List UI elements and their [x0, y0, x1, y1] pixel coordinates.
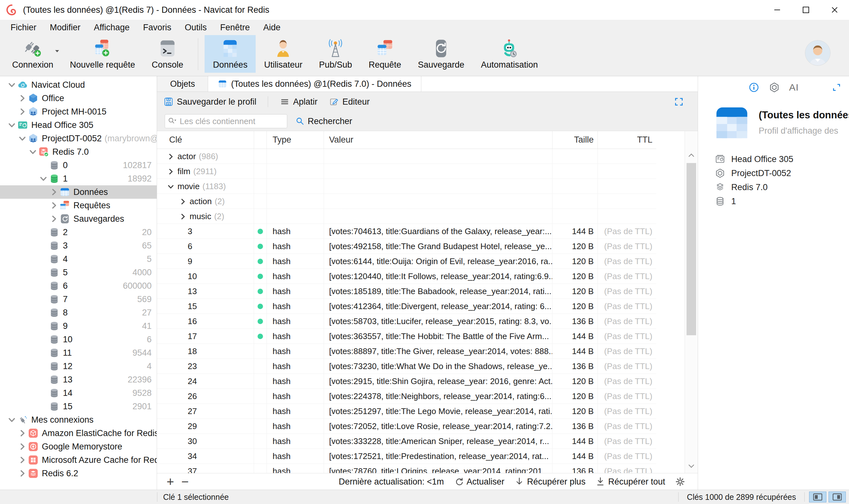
- chevron-right-icon[interactable]: [18, 443, 27, 451]
- scrollbar-thumb[interactable]: [687, 163, 696, 335]
- sidebar-item-requ-tes[interactable]: Requêtes: [0, 199, 157, 212]
- sidebar-item-3[interactable]: 365: [0, 239, 157, 252]
- gear-icon[interactable]: [675, 477, 685, 486]
- sidebar-item-microsoft-azure-cache-for-redis[interactable]: Microsoft Azure Cache for Redis: [0, 453, 157, 467]
- close-button[interactable]: [820, 0, 849, 20]
- sidebar-item-sauvegardes[interactable]: Sauvegardes: [0, 212, 157, 226]
- search-button[interactable]: Rechercher: [295, 116, 352, 126]
- sidebar-item-7[interactable]: 7569: [0, 292, 157, 306]
- chevron-right-icon[interactable]: [166, 152, 175, 160]
- user-avatar[interactable]: [805, 40, 831, 66]
- panel-expand-icon[interactable]: [831, 82, 842, 93]
- sidebar-item-5[interactable]: 54000: [0, 266, 157, 279]
- toolbar-button-sauvegarde[interactable]: Sauvegarde: [409, 35, 473, 73]
- refresh-button[interactable]: Actualiser: [454, 477, 505, 487]
- menu-aide[interactable]: Aide: [257, 23, 287, 33]
- toolbar-button-automatisation[interactable]: Automatisation: [473, 35, 546, 73]
- toolbar-button-console[interactable]: Console: [143, 35, 192, 73]
- project-tab-icon[interactable]: [768, 82, 780, 93]
- chevron-down-icon[interactable]: [7, 81, 17, 89]
- table-key-row[interactable]: 16hash[votes:58703, title:Lucifer, relea…: [157, 314, 656, 329]
- sidebar-item-navicat-cloud[interactable]: Navicat Cloud: [0, 78, 157, 92]
- chevron-right-icon[interactable]: [49, 201, 59, 210]
- table-group-row[interactable]: music(2): [157, 209, 656, 224]
- chevron-right-icon[interactable]: [49, 215, 59, 223]
- menu-fen-tre[interactable]: Fenêtre: [214, 23, 257, 33]
- chevron-down-icon[interactable]: [18, 134, 27, 143]
- menu-outils[interactable]: Outils: [178, 23, 214, 33]
- sidebar-item-10[interactable]: 106: [0, 333, 157, 346]
- table-key-row[interactable]: 23hash[votes:73230, title:What We Do in …: [157, 359, 656, 374]
- chevron-right-icon[interactable]: [18, 108, 27, 116]
- sidebar-item-4[interactable]: 45: [0, 252, 157, 266]
- menu-modifier[interactable]: Modifier: [43, 23, 87, 33]
- chevron-right-icon[interactable]: [179, 197, 187, 205]
- editor-button[interactable]: Editeur: [329, 97, 370, 107]
- sidebar-item-amazon-elasticache-for-redis[interactable]: Amazon ElastiCache for Redis: [0, 427, 157, 440]
- add-key-button[interactable]: +: [166, 475, 181, 488]
- chevron-right-icon[interactable]: [49, 188, 59, 196]
- table-key-row[interactable]: 34hash[votes:172521, title:Predestinatio…: [157, 449, 656, 464]
- minimize-button[interactable]: [763, 0, 792, 20]
- toolbar-button-donn-es[interactable]: Données: [205, 35, 256, 73]
- flatten-button[interactable]: Aplatir: [280, 97, 318, 107]
- tab-objets[interactable]: Objets: [157, 76, 208, 92]
- sidebar-item-15[interactable]: 152901: [0, 400, 157, 413]
- toggle-right-panel-button[interactable]: [829, 491, 846, 502]
- sidebar-item-2[interactable]: 220: [0, 226, 157, 239]
- toolbar-button-pub-sub[interactable]: Pub/Sub: [311, 35, 360, 73]
- toggle-left-panel-button[interactable]: [809, 491, 826, 502]
- chevron-right-icon[interactable]: [18, 456, 27, 464]
- sidebar-item-project-mh-0015[interactable]: Project MH-0015: [0, 105, 157, 118]
- table-key-row[interactable]: 18hash[votes:88897, title:The Giver, rel…: [157, 344, 656, 359]
- chevron-right-icon[interactable]: [18, 469, 27, 478]
- fetch-more-button[interactable]: Récupérer plus: [514, 477, 585, 487]
- sidebar-item-6[interactable]: 6600000: [0, 279, 157, 292]
- column-header-type[interactable]: Type: [267, 131, 324, 149]
- sidebar-item-head-office-305[interactable]: Head Office 305: [0, 118, 157, 132]
- table-key-row[interactable]: 29hash[votes:72052, title:Love Rosie, re…: [157, 419, 656, 434]
- scroll-down-icon[interactable]: [688, 463, 695, 469]
- fetch-all-button[interactable]: Récupérer tout: [596, 477, 665, 487]
- table-key-row[interactable]: 30hash[votes:333228, title:American Snip…: [157, 434, 656, 449]
- column-header-value[interactable]: Valeur: [324, 131, 552, 149]
- table-key-row[interactable]: 6hash[votes:492158, title:The Grand Buda…: [157, 239, 656, 254]
- menu-favoris[interactable]: Favoris: [136, 23, 178, 33]
- table-key-row[interactable]: 9hash[votes:6144, title:Ouija: Origin of…: [157, 254, 656, 269]
- sidebar-item-1[interactable]: 118992: [0, 172, 157, 185]
- scroll-up-icon[interactable]: [688, 152, 695, 159]
- sidebar-item-0[interactable]: 0102817: [0, 159, 157, 172]
- sidebar-item-9[interactable]: 941: [0, 319, 157, 333]
- table-key-row[interactable]: 24hash[votes:2915, title:Shin Gojira, re…: [157, 374, 656, 389]
- chevron-down-icon[interactable]: [166, 182, 175, 190]
- toolbar-button-nouvelle-requ-te[interactable]: Nouvelle requête: [61, 35, 143, 73]
- table-group-row[interactable]: movie(1183): [157, 179, 656, 194]
- table-key-row[interactable]: 37hash[votes:78760, title:I Origins, rel…: [157, 464, 656, 473]
- sidebar-item-14[interactable]: 149528: [0, 386, 157, 400]
- column-header-dot[interactable]: [254, 131, 267, 149]
- key-filter-input[interactable]: [179, 116, 284, 127]
- table-key-row[interactable]: 27hash[votes:251297, title:The Lego Movi…: [157, 404, 656, 419]
- menu-fichier[interactable]: Fichier: [4, 23, 43, 33]
- table-group-row[interactable]: film(2911): [157, 164, 656, 179]
- sidebar-item-mes-connexions[interactable]: Mes connexions: [0, 413, 157, 427]
- table-key-row[interactable]: 13hash[votes:185189, title:The Babadook,…: [157, 284, 656, 299]
- tab-data-active[interactable]: (Toutes les données) @1(Redis 7.0) - Don…: [208, 76, 421, 92]
- table-group-row[interactable]: actor(986): [157, 149, 656, 164]
- table-key-row[interactable]: 10hash[votes:120440, title:It Follows, r…: [157, 269, 656, 284]
- fullscreen-icon[interactable]: [673, 96, 684, 107]
- column-header-ttl[interactable]: TTL: [598, 131, 656, 149]
- sidebar-item-11[interactable]: 119544: [0, 346, 157, 360]
- save-profile-button[interactable]: Sauvegarder le profil: [163, 97, 256, 107]
- sidebar-item-redis-6-2[interactable]: Redis 6.2: [0, 467, 157, 480]
- chevron-right-icon[interactable]: [18, 94, 27, 102]
- info-tab-icon[interactable]: [748, 82, 760, 93]
- sidebar-item-donn-es[interactable]: Données: [0, 185, 157, 199]
- toolbar-button-requ-te[interactable]: Requête: [360, 35, 409, 73]
- sidebar-item-12[interactable]: 124: [0, 360, 157, 373]
- chevron-right-icon[interactable]: [18, 429, 27, 437]
- table-scrollbar[interactable]: [685, 131, 698, 473]
- remove-key-button[interactable]: −: [181, 475, 196, 488]
- column-header-key[interactable]: Clé: [157, 131, 254, 149]
- chevron-down-icon[interactable]: [39, 175, 48, 183]
